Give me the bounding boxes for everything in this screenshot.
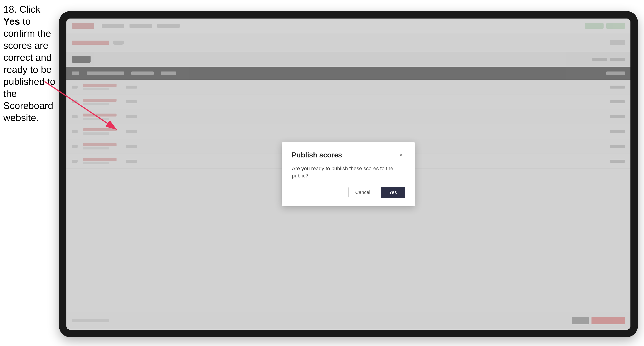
modal-body-text: Are you ready to publish these scores to…: [292, 165, 405, 179]
modal-title: Publish scores: [292, 151, 342, 159]
yes-button[interactable]: Yes: [381, 187, 405, 198]
tablet-device: Publish scores × Are you ready to publis…: [59, 11, 638, 337]
instruction-bold: Yes: [3, 16, 20, 27]
instruction-prefix: Click: [20, 4, 40, 15]
instruction-suffix: to confirm the scores are correct and re…: [3, 16, 55, 123]
modal-footer: Cancel Yes: [292, 187, 405, 198]
publish-scores-dialog: Publish scores × Are you ready to publis…: [282, 142, 415, 206]
modal-overlay: Publish scores × Are you ready to publis…: [66, 18, 630, 330]
step-number: 18.: [3, 4, 17, 15]
modal-close-button[interactable]: ×: [397, 151, 405, 159]
instruction-text: 18. Click Yes to confirm the scores are …: [3, 3, 57, 124]
modal-header: Publish scores ×: [292, 151, 405, 159]
tablet-screen: Publish scores × Are you ready to publis…: [66, 18, 630, 330]
cancel-button[interactable]: Cancel: [348, 187, 377, 198]
